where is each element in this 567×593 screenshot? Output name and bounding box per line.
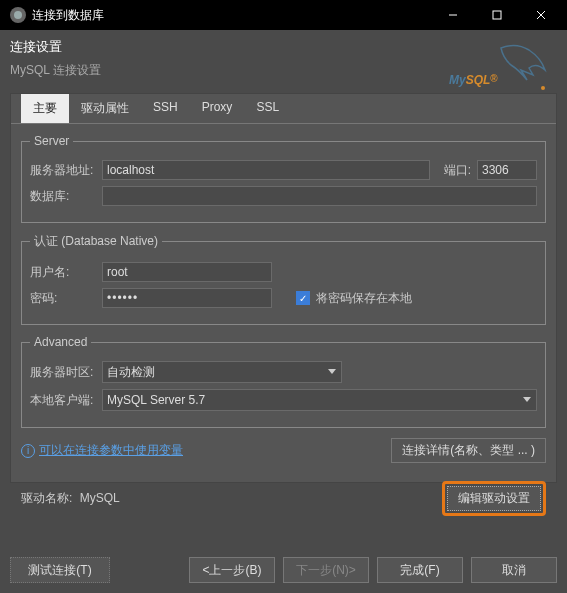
server-legend: Server bbox=[30, 134, 73, 148]
driver-row: 驱动名称: MySQL 编辑驱动设置 bbox=[21, 481, 546, 516]
timezone-label: 服务器时区: bbox=[30, 364, 96, 381]
port-input[interactable] bbox=[477, 160, 537, 180]
brand-sql: SQL bbox=[466, 73, 491, 87]
test-connection-button[interactable]: 测试连接(T) bbox=[10, 557, 110, 583]
tab-main[interactable]: 主要 bbox=[21, 94, 69, 123]
password-label: 密码: bbox=[30, 290, 96, 307]
edit-driver-highlight: 编辑驱动设置 bbox=[442, 481, 546, 516]
next-button[interactable]: 下一步(N)> bbox=[283, 557, 369, 583]
connection-details-button[interactable]: 连接详情(名称、类型 ... ) bbox=[391, 438, 546, 463]
host-label: 服务器地址: bbox=[30, 162, 96, 179]
host-input[interactable] bbox=[102, 160, 430, 180]
titlebar: 连接到数据库 bbox=[0, 0, 567, 30]
finish-button[interactable]: 完成(F) bbox=[377, 557, 463, 583]
server-group: Server 服务器地址: 端口: 数据库: bbox=[21, 134, 546, 223]
tab-ssh[interactable]: SSH bbox=[141, 94, 190, 123]
window-title: 连接到数据库 bbox=[32, 7, 431, 24]
minimize-button[interactable] bbox=[431, 0, 475, 30]
info-row: i 可以在连接参数中使用变量 连接详情(名称、类型 ... ) bbox=[21, 438, 546, 463]
main-panel: 主要 驱动属性 SSH Proxy SSL Server 服务器地址: 端口: … bbox=[10, 93, 557, 483]
database-label: 数据库: bbox=[30, 188, 96, 205]
svg-point-0 bbox=[14, 11, 22, 19]
back-button[interactable]: <上一步(B) bbox=[189, 557, 275, 583]
tab-ssl[interactable]: SSL bbox=[244, 94, 291, 123]
footer-buttons: 测试连接(T) <上一步(B) 下一步(N)> 完成(F) 取消 bbox=[10, 557, 557, 583]
edit-driver-button[interactable]: 编辑驱动设置 bbox=[447, 486, 541, 511]
database-input[interactable] bbox=[102, 186, 537, 206]
save-password-checkbox[interactable]: ✓ bbox=[296, 291, 310, 305]
svg-text:MySQL®: MySQL® bbox=[449, 73, 498, 87]
maximize-button[interactable] bbox=[475, 0, 519, 30]
svg-rect-2 bbox=[493, 11, 501, 19]
save-password-label: 将密码保存在本地 bbox=[316, 290, 412, 307]
advanced-legend: Advanced bbox=[30, 335, 91, 349]
username-label: 用户名: bbox=[30, 264, 96, 281]
auth-group: 认证 (Database Native) 用户名: 密码: ✓ 将密码保存在本地 bbox=[21, 233, 546, 325]
dialog-header: 连接设置 MySQL 连接设置 MySQL® bbox=[0, 30, 567, 83]
tab-driver-props[interactable]: 驱动属性 bbox=[69, 94, 141, 123]
brand-reg: ® bbox=[490, 73, 498, 84]
cancel-button[interactable]: 取消 bbox=[471, 557, 557, 583]
timezone-select[interactable]: 自动检测 bbox=[102, 361, 342, 383]
username-input[interactable] bbox=[102, 262, 272, 282]
info-icon: i bbox=[21, 444, 35, 458]
tab-bar: 主要 驱动属性 SSH Proxy SSL bbox=[11, 94, 556, 124]
svg-point-6 bbox=[541, 86, 545, 90]
port-label: 端口: bbox=[444, 162, 471, 179]
mysql-logo: MySQL® bbox=[441, 40, 551, 96]
tab-proxy[interactable]: Proxy bbox=[190, 94, 245, 123]
advanced-group: Advanced 服务器时区: 自动检测 本地客户端: MySQL Server… bbox=[21, 335, 546, 428]
app-icon bbox=[10, 7, 26, 23]
auth-legend: 认证 (Database Native) bbox=[30, 233, 162, 250]
client-select[interactable]: MySQL Server 5.7 bbox=[102, 389, 537, 411]
driver-name-label: 驱动名称: bbox=[21, 491, 72, 505]
password-input[interactable] bbox=[102, 288, 272, 308]
client-label: 本地客户端: bbox=[30, 392, 96, 409]
driver-name-value: MySQL bbox=[80, 491, 120, 505]
brand-my: My bbox=[449, 73, 467, 87]
close-button[interactable] bbox=[519, 0, 563, 30]
variables-link[interactable]: 可以在连接参数中使用变量 bbox=[39, 442, 183, 459]
